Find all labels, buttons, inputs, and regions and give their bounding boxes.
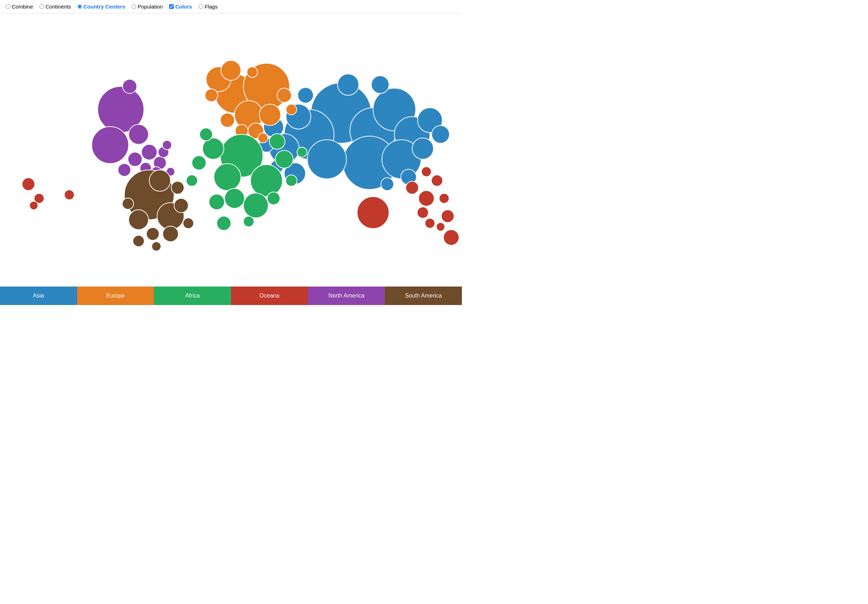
oceana-bubble	[443, 230, 459, 245]
south-america-bubble	[152, 242, 161, 251]
africa-bubble	[214, 163, 241, 191]
south-america-bubble	[163, 226, 178, 242]
checkbox-colors[interactable]: Colors	[169, 3, 192, 9]
north-america-bubble	[122, 79, 137, 93]
africa-bubble	[192, 156, 206, 170]
bubble-chart	[0, 14, 462, 305]
radio-country-centers[interactable]: Country Centers	[78, 3, 126, 9]
europe-bubble	[258, 133, 268, 143]
north-america-bubble	[141, 144, 157, 160]
europe-bubble	[221, 61, 241, 80]
north-america-bubble	[163, 140, 172, 150]
africa-bubble	[243, 216, 254, 227]
legend-south-america: South America	[385, 287, 462, 305]
legend-north-america: North America	[308, 287, 385, 305]
asia-bubble	[338, 74, 359, 95]
oceana-bubble	[64, 190, 74, 200]
europe-bubble	[247, 67, 257, 78]
africa-bubble	[203, 138, 224, 159]
asia-bubble	[432, 126, 450, 143]
south-america-bubble	[183, 218, 194, 228]
africa-bubble	[186, 175, 198, 186]
south-america-bubble	[149, 170, 170, 191]
africa-bubble	[297, 147, 307, 157]
legend-asia: Asia	[0, 287, 77, 305]
africa-bubble	[267, 192, 280, 205]
oceana-bubble	[22, 178, 35, 191]
north-america-bubble	[118, 163, 131, 176]
south-america-bubble	[122, 198, 133, 210]
europe-bubble	[286, 104, 297, 115]
europe-bubble	[205, 89, 218, 102]
north-america-bubble	[128, 152, 142, 166]
south-america-bubble	[174, 199, 188, 213]
oceana-bubble	[357, 197, 389, 228]
viz-area: Asia Europe Africa Oceana North America …	[0, 14, 462, 305]
legend-europe: Europe	[77, 287, 154, 305]
radio-population[interactable]: Population	[132, 3, 163, 9]
radio-flags[interactable]: Flags	[198, 3, 218, 9]
oceana-bubble	[418, 191, 434, 206]
oceana-bubble	[406, 181, 418, 194]
north-america-bubble	[129, 124, 149, 144]
africa-bubble	[209, 194, 225, 210]
oceana-bubble	[29, 201, 38, 210]
radio-combine[interactable]: Combine	[6, 3, 33, 9]
africa-bubble	[269, 134, 285, 149]
europe-bubble	[220, 113, 234, 127]
asia-bubble	[412, 138, 434, 159]
africa-bubble	[275, 151, 293, 168]
europe-bubble	[259, 104, 281, 126]
top-bar: Combine Continents Country Centers Popul…	[0, 0, 462, 14]
africa-bubble	[225, 188, 245, 208]
legend: Asia Europe Africa Oceana North America …	[0, 287, 462, 305]
africa-bubble	[200, 128, 212, 141]
south-america-bubble	[171, 181, 184, 194]
north-america-bubble	[91, 127, 129, 163]
africa-bubble	[251, 165, 282, 197]
asia-bubble	[298, 87, 313, 103]
south-america-bubble	[133, 235, 144, 247]
asia-bubble	[371, 76, 389, 93]
oceana-bubble	[422, 167, 431, 177]
oceana-bubble	[431, 175, 443, 186]
legend-africa: Africa	[154, 287, 231, 305]
oceana-bubble	[441, 210, 454, 222]
oceana-bubble	[436, 222, 445, 231]
africa-bubble	[243, 193, 268, 218]
south-america-bubble	[129, 210, 149, 230]
oceana-bubble	[439, 193, 449, 203]
europe-bubble	[277, 88, 291, 102]
oceana-bubble	[417, 207, 428, 218]
asia-bubble	[307, 140, 346, 179]
south-america-bubble	[146, 228, 159, 240]
radio-continents[interactable]: Continents	[39, 3, 71, 9]
legend-oceana: Oceana	[231, 287, 308, 305]
africa-bubble	[217, 216, 231, 230]
oceana-bubble	[425, 218, 435, 228]
africa-bubble	[286, 175, 297, 186]
asia-bubble	[381, 178, 394, 191]
